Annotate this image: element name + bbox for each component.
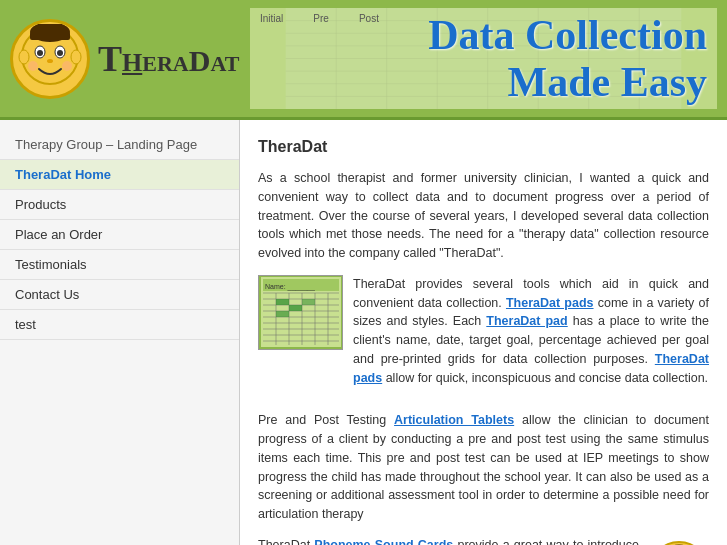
svg-point-10	[28, 61, 38, 71]
para2-end: allow for quick, inconspicuous and conci…	[386, 371, 708, 385]
sidebar-item-testimonials[interactable]: Testimonials	[0, 250, 239, 280]
phoneme-paragraph: TheraDat Phoneme Sound Cards provide a g…	[258, 536, 709, 545]
content-with-image: Name: _______	[258, 275, 709, 400]
page-title: TheraDat	[258, 135, 709, 159]
svg-point-7	[37, 50, 43, 56]
phoneme-section: TH TheraDat Phoneme Sound Cards provide …	[258, 536, 709, 545]
sidebar-item-contact-us[interactable]: Contact Us	[0, 280, 239, 310]
logo-area: THERADAT	[10, 19, 250, 99]
banner-text: Data Collection Made Easy	[428, 12, 707, 104]
theradat-pads-paragraph: TheraDat provides several tools which ai…	[353, 275, 709, 388]
svg-text:Name: _______: Name: _______	[265, 283, 315, 291]
svg-rect-2	[30, 32, 70, 40]
sidebar-item-test[interactable]: test	[0, 310, 239, 340]
header: THERADAT InitialPrePost	[0, 0, 727, 120]
theradat-pad-image: Name: _______	[258, 275, 343, 350]
para3-after: allow the clinician to document progress…	[258, 413, 709, 521]
svg-rect-46	[302, 299, 315, 305]
header-banner: InitialPrePost Data Collection Made Easy	[250, 8, 717, 109]
svg-point-11	[62, 61, 72, 71]
logo-face	[10, 19, 90, 99]
theradat-pad-link2[interactable]: TheraDat pad	[486, 314, 567, 328]
main-content: TheraDat As a school therapist and forme…	[240, 120, 727, 545]
theradat-pads-link1[interactable]: TheraDat pads	[506, 296, 594, 310]
sidebar-item-group-landing[interactable]: Therapy Group – Landing Page	[0, 130, 239, 160]
svg-rect-45	[289, 305, 302, 311]
phoneme-sound-cards-link[interactable]: Phoneme Sound Cards	[314, 538, 453, 545]
svg-rect-44	[276, 299, 289, 305]
body-area: Therapy Group – Landing Page TheraDat Ho…	[0, 120, 727, 545]
para4-before: TheraDat	[258, 538, 314, 545]
svg-point-8	[57, 50, 63, 56]
svg-point-9	[47, 59, 53, 63]
sidebar-item-products[interactable]: Products	[0, 190, 239, 220]
para3-before: Pre and Post Testing	[258, 413, 394, 427]
articulation-tablets-link[interactable]: Articulation Tablets	[394, 413, 514, 427]
banner-line2: Made Easy	[428, 59, 707, 105]
intro-paragraph: As a school therapist and former univers…	[258, 169, 709, 263]
svg-rect-47	[276, 311, 289, 317]
articulation-paragraph: Pre and Post Testing Articulation Tablet…	[258, 411, 709, 524]
logo-text: THERADAT	[98, 38, 239, 80]
svg-point-3	[19, 50, 29, 64]
sidebar-item-place-order[interactable]: Place an Order	[0, 220, 239, 250]
banner-line1: Data Collection	[428, 12, 707, 58]
sidebar: Therapy Group – Landing Page TheraDat Ho…	[0, 120, 240, 545]
sidebar-item-theradat-home[interactable]: TheraDat Home	[0, 160, 239, 190]
svg-point-4	[71, 50, 81, 64]
